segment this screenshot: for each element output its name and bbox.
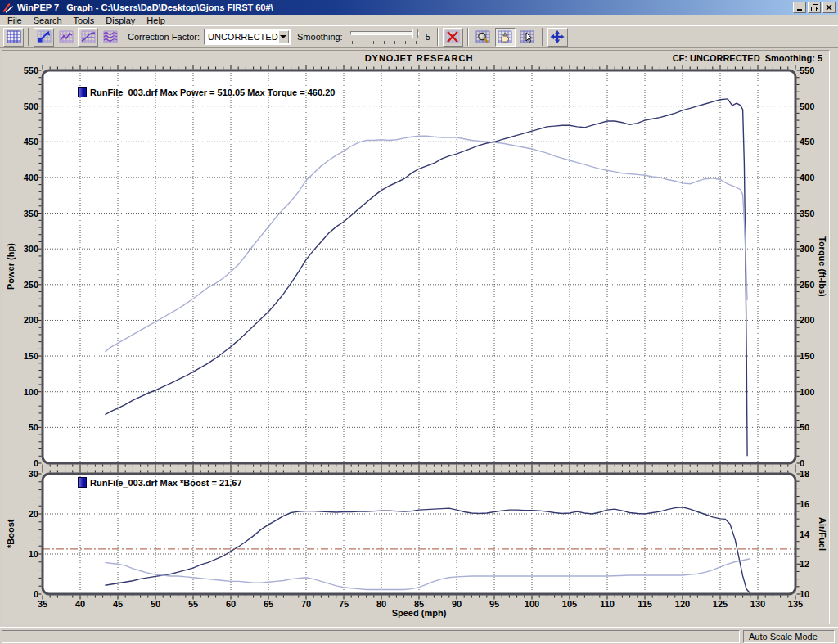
left-tick-label: 450 [2,137,38,146]
x-tick-label: 105 [557,599,582,609]
status-bar: Auto Scale Mode [0,627,838,644]
x-tick-label: 130 [746,599,770,609]
x-tick-label: 75 [331,599,356,609]
right-tick-label: 16 [800,499,829,509]
x-tick-label: 115 [633,599,657,609]
graph-panel[interactable]: DYNOJET RESEARCH CF: UNCORRECTED Smoothi… [2,50,830,624]
select-graph-button[interactable] [517,28,538,47]
zoom-graph-button[interactable] [473,28,493,47]
smoothing-slider[interactable] [350,28,419,46]
x-tick-label: 50 [143,599,168,609]
title-bar: WinPEP 7 Graph - C:\Users\DaD\Desktop\Gj… [0,0,838,15]
boost-axis-label: *Boost [4,474,17,594]
left-tick-label: 20 [2,509,38,519]
x-tick-label: 110 [595,599,619,609]
status-panel-main [2,630,740,643]
right-tick-label: 18 [800,469,829,479]
left-tick-label: 300 [2,244,38,254]
right-tick-label: 350 [800,209,829,218]
menu-bar: FileSearchToolsDisplayHelp [0,15,838,25]
right-tick-label: 14 [800,529,829,539]
toolbar-separator [542,28,543,46]
correction-factor-dropdown[interactable]: UNCORRECTED [204,29,291,45]
correction-factor-value: UNCORRECTED [205,32,278,42]
power-torque-chart[interactable] [34,62,804,471]
right-tick-label: 50 [800,422,829,432]
left-tick-label: 250 [2,280,38,290]
right-tick-label: 250 [800,280,829,290]
right-tick-label: 12 [800,559,829,569]
x-tick-label: 40 [68,599,92,609]
slider-thumb[interactable] [412,29,418,38]
close-button[interactable] [822,2,836,13]
right-tick-label: 550 [800,65,829,75]
x-tick-label: 120 [670,599,695,609]
right-tick-label: 300 [800,244,829,254]
x-tick-label: 135 [783,599,808,609]
x-tick-label: 60 [219,599,243,609]
torque-axis-label: Torque (ft-lbs) [816,70,829,463]
left-tick-label: 0 [2,589,38,599]
x-tick-label: 95 [482,599,507,609]
power-axis-label: Power (hp) [4,70,17,463]
toolbar-separator [28,28,29,46]
left-tick-label: 550 [2,65,38,75]
right-tick-label: 150 [800,351,829,361]
x-tick-label: 35 [30,599,55,609]
right-tick-label: 10 [800,589,829,599]
left-tick-label: 200 [2,315,38,325]
move-graph-button[interactable] [547,28,568,47]
x-tick-label: 100 [520,599,544,609]
speed-axis-label: Speed (mph) [370,608,468,618]
smoothing-label: Smoothing: [297,32,343,42]
menu-item-display[interactable]: Display [100,16,141,25]
dropdown-arrow-icon[interactable] [278,30,289,43]
right-tick-label: 450 [800,137,829,146]
right-tick-label: 100 [800,387,829,397]
slider-groove [350,31,419,35]
window-title: WinPEP 7 Graph - C:\Users\DaD\Desktop\Gj… [17,2,793,12]
graph-zigzag-button[interactable] [56,28,76,47]
right-tick-label: 400 [800,173,829,182]
clear-graph-button[interactable] [443,28,463,47]
x-tick-label: 80 [369,599,394,609]
left-tick-label: 350 [2,209,38,218]
right-tick-label: 0 [800,458,829,468]
power-torque-legend: RunFile_003.drf Max Power = 510.05 Max T… [78,87,335,97]
grid-view-button[interactable] [3,28,24,47]
toolbar-separator [467,28,469,46]
menu-item-help[interactable]: Help [141,16,171,25]
minimize-button[interactable] [793,2,806,13]
x-tick-label: 65 [256,599,281,609]
left-tick-label: 0 [2,458,38,468]
graph-run-button[interactable] [34,28,54,47]
restore-button[interactable] [808,2,821,13]
menu-item-search[interactable]: Search [28,16,68,25]
graph-curves-button[interactable] [78,28,98,47]
menu-item-tools[interactable]: Tools [68,16,101,25]
x-tick-label: 45 [106,599,130,609]
left-tick-label: 150 [2,351,38,361]
left-tick-label: 30 [2,469,38,479]
x-tick-label: 90 [444,599,469,609]
toolbar-separator [437,28,439,46]
left-tick-label: 10 [2,549,38,559]
graph-multirun-button[interactable] [100,28,120,47]
app-icon [2,2,14,13]
right-tick-label: 500 [800,101,829,111]
graph-client: DYNOJET RESEARCH CF: UNCORRECTED Smoothi… [0,48,838,627]
legend-swatch-icon [78,87,87,97]
right-tick-label: 200 [800,315,829,325]
correction-factor-label: Correction Factor: [128,32,200,42]
x-tick-label: 125 [708,599,732,609]
x-tick-label: 85 [407,599,431,609]
x-tick-label: 55 [181,599,205,609]
left-tick-label: 500 [2,101,38,111]
left-tick-label: 50 [2,422,38,432]
status-panel-mode: Auto Scale Mode [743,630,835,643]
left-tick-label: 400 [2,173,38,182]
legend-swatch-icon [78,477,87,488]
menu-item-file[interactable]: File [2,16,28,25]
boost-legend: RunFile_003.drf Max *Boost = 21.67 [78,477,242,488]
pan-graph-button[interactable] [495,28,516,47]
